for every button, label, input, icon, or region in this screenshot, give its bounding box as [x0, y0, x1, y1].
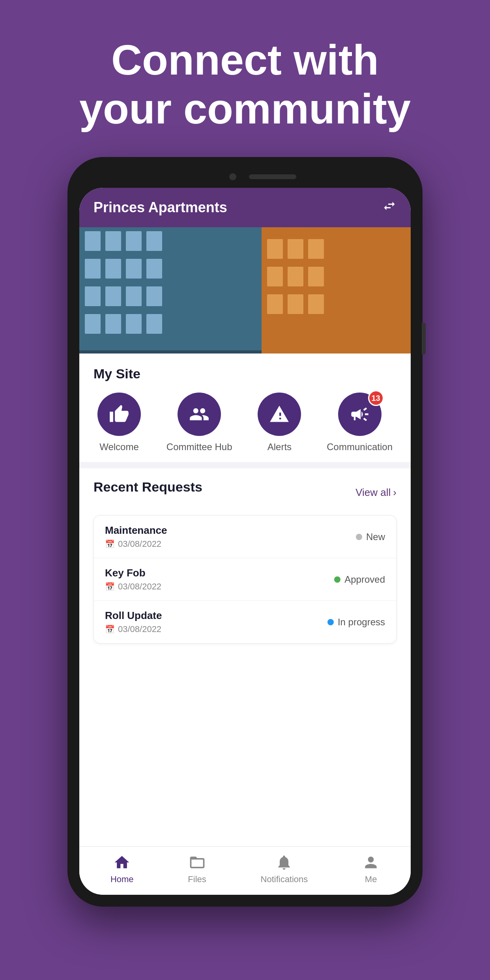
bottom-nav: Home Files Notifications	[79, 846, 411, 895]
switch-icon[interactable]	[382, 199, 396, 216]
phone-screen: Princes Apartments	[79, 188, 411, 895]
alerts-label: Alerts	[267, 441, 292, 453]
nav-item-me[interactable]: Me	[362, 854, 380, 885]
request-left: Roll Update 📅 03/08/2022	[105, 610, 162, 634]
requests-card: Maintenance 📅 03/08/2022 New	[94, 515, 396, 643]
home-icon	[113, 854, 131, 871]
status-dot-approved	[334, 576, 340, 583]
status-text: New	[366, 531, 385, 542]
request-date: 📅 03/08/2022	[105, 539, 167, 549]
view-all-link[interactable]: View all ›	[355, 486, 396, 499]
nav-label-notifications: Notifications	[261, 874, 308, 885]
request-date: 📅 03/08/2022	[105, 582, 161, 592]
alerts-circle	[258, 393, 301, 436]
section-header: Recent Requests View all ›	[94, 479, 396, 506]
phone-shell: Princes Apartments	[67, 157, 423, 907]
communication-circle: 13	[338, 393, 382, 436]
table-row[interactable]: Roll Update 📅 03/08/2022 In progress	[94, 601, 396, 643]
phone-speaker	[249, 174, 296, 179]
table-row[interactable]: Maintenance 📅 03/08/2022 New	[94, 516, 396, 558]
hero-line2: your community	[24, 84, 466, 133]
phone-notch	[75, 169, 415, 185]
building-image	[79, 227, 411, 353]
nav-label-me: Me	[365, 874, 377, 885]
welcome-circle	[97, 393, 141, 436]
status-text: In progress	[338, 617, 385, 628]
view-all-text: View all	[355, 486, 391, 499]
nav-label-home: Home	[110, 874, 134, 885]
request-status: New	[356, 531, 385, 542]
nav-label-files: Files	[188, 874, 206, 885]
communication-label: Communication	[327, 441, 393, 453]
welcome-icon-item[interactable]: Welcome	[97, 393, 141, 453]
table-row[interactable]: Key Fob 📅 03/08/2022 Approved	[94, 558, 396, 601]
calendar-icon: 📅	[105, 539, 115, 549]
alerts-icon	[269, 404, 290, 425]
my-site-section: My Site Welcome	[79, 353, 411, 462]
alerts-icon-item[interactable]: Alerts	[258, 393, 301, 453]
request-status: In progress	[327, 617, 385, 628]
me-icon	[362, 854, 380, 871]
calendar-icon: 📅	[105, 625, 115, 634]
building-grid	[79, 227, 411, 353]
nav-item-notifications[interactable]: Notifications	[261, 854, 308, 885]
communication-badge: 13	[368, 390, 384, 406]
app-header-title: Princes Apartments	[94, 199, 227, 216]
phone-side-button	[422, 323, 426, 354]
nav-item-home[interactable]: Home	[110, 854, 134, 885]
hero-line1: Connect with	[24, 36, 466, 84]
communication-icon-item[interactable]: 13 Communication	[327, 393, 393, 453]
status-text: Approved	[344, 574, 385, 585]
recent-requests-section: Recent Requests View all › Maintenance 📅	[79, 468, 411, 846]
thumbsup-icon	[109, 404, 129, 425]
files-icon	[189, 854, 206, 871]
calendar-icon: 📅	[105, 582, 115, 591]
request-left: Key Fob 📅 03/08/2022	[105, 567, 161, 592]
content-area: My Site Welcome	[79, 353, 411, 846]
committee-circle	[178, 393, 221, 436]
request-name: Roll Update	[105, 610, 162, 622]
hero-text: Connect with your community	[0, 0, 490, 157]
committee-icon	[189, 404, 209, 425]
committee-icon-item[interactable]: Committee Hub	[166, 393, 232, 453]
recent-requests-title: Recent Requests	[94, 479, 202, 495]
chevron-right-icon: ›	[393, 486, 396, 499]
phone-camera	[229, 173, 236, 180]
committee-label: Committee Hub	[166, 441, 232, 453]
request-name: Key Fob	[105, 567, 161, 579]
notifications-icon	[275, 854, 293, 871]
status-dot-new	[356, 534, 362, 540]
request-status: Approved	[334, 574, 385, 585]
building-left	[79, 227, 262, 353]
welcome-label: Welcome	[99, 441, 139, 453]
my-site-title: My Site	[94, 366, 396, 382]
megaphone-icon	[350, 404, 370, 425]
site-icons-row: Welcome Committee Hub	[94, 393, 396, 453]
nav-item-files[interactable]: Files	[188, 854, 206, 885]
request-name: Maintenance	[105, 524, 167, 537]
app-header: Princes Apartments	[79, 188, 411, 227]
building-right	[262, 227, 411, 353]
request-date: 📅 03/08/2022	[105, 624, 162, 634]
request-left: Maintenance 📅 03/08/2022	[105, 524, 167, 549]
status-dot-inprogress	[327, 619, 334, 625]
